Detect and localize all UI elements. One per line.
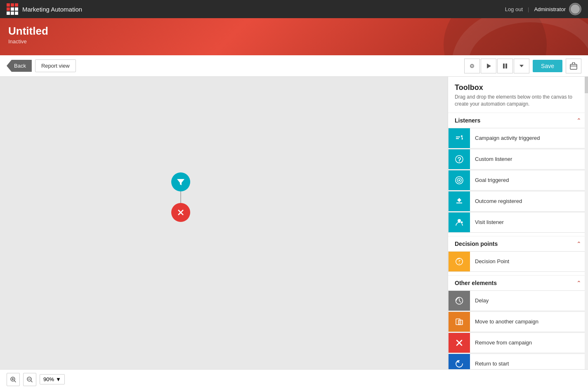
tool-delay[interactable]: Delay xyxy=(448,290,588,311)
filter-node[interactable] xyxy=(171,172,190,203)
outcome-registered-icon xyxy=(449,191,470,211)
tool-custom-listener[interactable]: Custom listener xyxy=(448,149,588,170)
decision-point-label: Decision Point xyxy=(470,258,514,264)
dropdown-button[interactable] xyxy=(514,59,529,73)
zoom-level-value: 90% xyxy=(43,376,54,382)
remove-icon xyxy=(171,203,190,222)
svg-rect-6 xyxy=(570,64,577,69)
svg-rect-16 xyxy=(456,203,462,203)
nav-right: Log out | Administrator xyxy=(505,3,581,15)
logout-link[interactable]: Log out xyxy=(505,6,523,12)
svg-marker-18 xyxy=(459,198,461,202)
svg-marker-5 xyxy=(520,65,524,67)
section-other-header[interactable]: Other elements ⌃ xyxy=(448,275,588,290)
zoom-out-button[interactable] xyxy=(23,373,36,386)
node-connector xyxy=(180,191,181,203)
app-title: Marketing Automation xyxy=(22,6,82,13)
other-chevron-icon: ⌃ xyxy=(576,280,581,286)
status-badge: Inactive xyxy=(8,38,48,45)
campaign-activity-icon xyxy=(449,128,470,148)
move-campaign-icon xyxy=(449,312,470,332)
return-start-icon xyxy=(449,354,470,369)
top-navigation: Marketing Automation Log out | Administr… xyxy=(0,0,588,18)
tool-goal-triggered[interactable]: Goal triggered xyxy=(448,170,588,191)
svg-line-32 xyxy=(14,381,16,382)
tool-move-campaign[interactable]: Move to another campaign xyxy=(448,311,588,332)
page-title: Untitled xyxy=(8,25,48,38)
app-grid-icon xyxy=(7,3,18,15)
report-view-button[interactable]: Report view xyxy=(35,59,76,72)
header-banner: Untitled Inactive xyxy=(0,18,588,55)
svg-rect-3 xyxy=(503,64,505,68)
decision-chevron-icon: ⌃ xyxy=(576,240,581,247)
svg-marker-2 xyxy=(487,64,491,68)
goal-triggered-icon xyxy=(449,170,470,190)
toolbar-icons xyxy=(464,59,529,73)
tool-visit-listener[interactable]: Visit listener xyxy=(448,212,588,233)
tool-return-start[interactable]: Return to start xyxy=(448,354,588,369)
tool-decision-point[interactable]: Decision Point xyxy=(448,251,588,272)
remove-campaign-label: Remove from campaign xyxy=(470,339,537,346)
delay-icon xyxy=(449,291,470,311)
back-button[interactable]: Back xyxy=(7,60,32,72)
custom-listener-icon xyxy=(449,149,470,169)
user-name: Administrator xyxy=(534,6,566,12)
remove-node[interactable] xyxy=(171,203,190,222)
pause-button[interactable] xyxy=(497,59,513,73)
decision-point-icon xyxy=(449,252,470,271)
svg-line-35 xyxy=(31,381,32,382)
tool-remove-campaign[interactable]: Remove from campaign xyxy=(448,332,588,353)
campaign-activity-label: Campaign activity triggered xyxy=(470,135,545,141)
zoom-level-selector[interactable]: 90% ▼ xyxy=(40,374,65,384)
custom-listener-label: Custom listener xyxy=(470,156,517,162)
user-info: Administrator xyxy=(534,3,581,15)
svg-point-20 xyxy=(460,221,463,224)
zoom-bar: 90% ▼ xyxy=(0,369,588,389)
toolbox-header: Toolbox Drag and drop the elements below… xyxy=(448,77,588,109)
section-decision-header[interactable]: Decision points ⌃ xyxy=(448,236,588,251)
section-other-label: Other elements xyxy=(455,280,497,286)
goal-triggered-label: Goal triggered xyxy=(470,177,514,183)
section-listeners-label: Listeners xyxy=(455,117,480,124)
toolbox-panel: Toolbox Drag and drop the elements below… xyxy=(448,77,588,369)
play-button[interactable] xyxy=(481,59,496,73)
nav-divider: | xyxy=(528,6,529,12)
tool-outcome-registered[interactable]: Outcome registered xyxy=(448,191,588,212)
scrollbar-track xyxy=(585,77,588,369)
avatar xyxy=(569,3,581,15)
svg-marker-17 xyxy=(457,198,459,202)
header-text: Untitled Inactive xyxy=(8,25,48,45)
visit-listener-icon xyxy=(449,212,470,232)
visit-listener-label: Visit listener xyxy=(470,219,509,225)
svg-rect-25 xyxy=(458,320,463,325)
canvas[interactable] xyxy=(0,77,448,369)
outcome-registered-label: Outcome registered xyxy=(470,198,527,204)
zoom-in-button[interactable] xyxy=(7,373,20,386)
toolbox-description: Drag and drop the elements below onto th… xyxy=(455,94,581,108)
scrollbar-thumb[interactable] xyxy=(585,77,588,93)
remove-campaign-icon xyxy=(449,333,470,353)
return-start-label: Return to start xyxy=(470,361,514,367)
save-button[interactable]: Save xyxy=(533,60,562,72)
toolbox-title: Toolbox xyxy=(455,83,581,92)
svg-point-12 xyxy=(459,161,460,162)
svg-point-15 xyxy=(458,179,460,181)
zoom-dropdown-arrow: ▼ xyxy=(56,376,61,382)
toolbar: Back Report view Save xyxy=(0,55,588,77)
section-listeners-header[interactable]: Listeners ⌃ xyxy=(448,113,588,128)
preview-button[interactable] xyxy=(464,59,480,73)
toolbox-toggle-button[interactable] xyxy=(566,59,581,73)
move-campaign-label: Move to another campaign xyxy=(470,318,543,325)
section-decision-label: Decision points xyxy=(455,240,498,247)
delay-label: Delay xyxy=(470,297,494,304)
svg-point-10 xyxy=(461,135,463,137)
svg-point-1 xyxy=(472,65,473,66)
filter-icon xyxy=(171,172,190,191)
main-area: Toolbox Drag and drop the elements below… xyxy=(0,77,588,369)
svg-rect-4 xyxy=(505,64,507,68)
listeners-chevron-icon: ⌃ xyxy=(576,117,581,124)
tool-campaign-activity[interactable]: Campaign activity triggered xyxy=(448,128,588,149)
